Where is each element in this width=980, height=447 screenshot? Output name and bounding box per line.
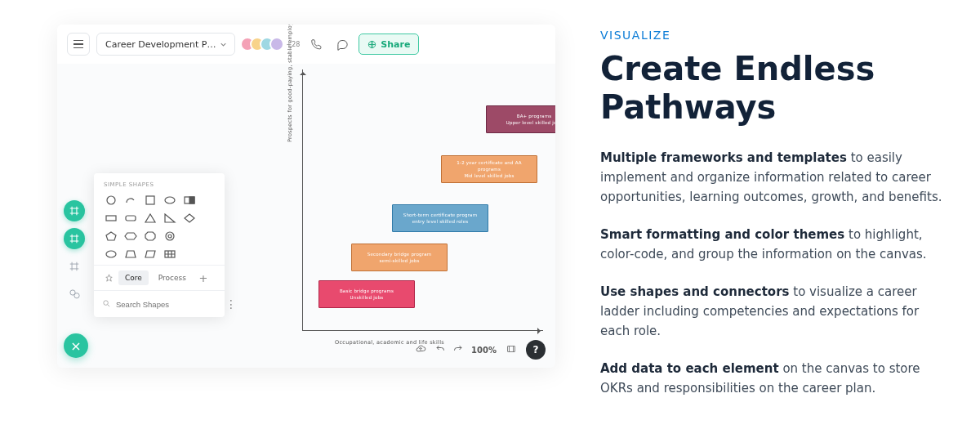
shapes-panel: SIMPLE SHAPES	[94, 173, 225, 317]
tool-rail	[64, 200, 85, 305]
marketing-copy: VISUALIZE Create Endless Pathways Multip…	[572, 0, 980, 447]
top-toolbar: Career Development P… +28 Share	[57, 25, 555, 64]
svg-point-14	[104, 300, 108, 305]
pentagon-shape[interactable]	[104, 230, 118, 242]
close-panel-button[interactable]: ×	[64, 333, 88, 358]
pin-icon[interactable]	[102, 271, 115, 284]
share-button[interactable]: Share	[359, 34, 419, 55]
octagon-shape[interactable]	[143, 230, 158, 242]
shape-grid-2	[94, 211, 225, 229]
ellipse-shape[interactable]	[163, 194, 177, 206]
doc-title: Career Development P…	[105, 39, 216, 50]
globe-icon	[368, 40, 376, 49]
right-triangle-shape[interactable]	[163, 212, 177, 224]
svg-rect-4	[146, 196, 154, 204]
parallelogram-shape[interactable]	[143, 248, 158, 260]
ladder-step[interactable]: Short-term certificate programentry leve…	[392, 204, 488, 232]
category-label: VISUALIZE	[600, 29, 947, 42]
search-input[interactable]	[116, 300, 219, 309]
frame-tool-2[interactable]	[64, 228, 85, 249]
y-axis-label: Prospects for good-paying, stable employ…	[287, 25, 293, 142]
svg-point-2	[74, 293, 78, 297]
para-4: Add data to each element on the canvas t…	[600, 359, 947, 398]
more-icon[interactable]: ⋮	[224, 297, 238, 311]
tab-core[interactable]: Core	[118, 270, 149, 285]
svg-rect-9	[126, 216, 136, 221]
ladder-step[interactable]: BA+ programsUpper level skilled jobs	[486, 105, 555, 133]
cloud-sync-icon[interactable]	[414, 343, 427, 356]
undo-icon[interactable]	[435, 344, 445, 355]
circle-shape[interactable]	[104, 194, 118, 206]
svg-point-3	[107, 196, 115, 204]
para-1: Multiple frameworks and templates to eas…	[600, 148, 947, 207]
shape-grid-4	[94, 247, 225, 265]
shapes-tool[interactable]	[64, 284, 85, 305]
hamburger-menu[interactable]	[67, 33, 90, 56]
add-tab-button[interactable]: +	[196, 270, 211, 285]
redo-icon[interactable]	[453, 344, 463, 355]
svg-rect-8	[106, 216, 116, 221]
svg-point-12	[106, 251, 116, 257]
bottom-bar: 100% ?	[414, 340, 546, 360]
square-shape[interactable]	[143, 194, 158, 206]
frame-tool-outline[interactable]	[64, 256, 85, 277]
comment-icon[interactable]	[332, 34, 352, 54]
zoom-level[interactable]: 100%	[471, 346, 497, 355]
doc-title-dropdown[interactable]: Career Development P…	[96, 33, 235, 56]
arc-shape[interactable]	[123, 194, 138, 206]
tab-process[interactable]: Process	[152, 270, 193, 285]
hexagon-shape[interactable]	[123, 230, 138, 242]
rect-shape[interactable]	[104, 212, 118, 224]
ladder-step[interactable]: Basic bridge programsUnskilled jobs	[318, 280, 415, 308]
frame-tool[interactable]	[64, 200, 85, 221]
ring-shape[interactable]	[163, 230, 177, 242]
shape-grid-1	[94, 193, 225, 211]
svg-point-5	[165, 197, 175, 203]
page-title: Create Endless Pathways	[600, 50, 947, 127]
shape-tabs: Core Process +	[94, 265, 225, 290]
svg-rect-15	[508, 346, 515, 352]
ladder-step[interactable]: Secondary bridge programsemi-skilled job…	[351, 244, 448, 271]
x-axis	[302, 330, 543, 331]
para-3: Use shapes and connectors to visualize a…	[600, 282, 947, 341]
ladder-step[interactable]: 1-2 year certificate and AAprogramsMid l…	[441, 155, 537, 183]
shape-grid-3	[94, 229, 225, 247]
svg-point-11	[168, 235, 172, 238]
para-2: Smart formatting and color themes to hig…	[600, 225, 947, 264]
shape-search-row: ⋮	[94, 290, 225, 317]
grid-shape[interactable]	[163, 248, 177, 260]
diamond-shape[interactable]	[182, 212, 197, 224]
y-axis	[302, 69, 303, 331]
svg-rect-7	[189, 197, 194, 203]
call-icon[interactable]	[306, 34, 326, 54]
oval-shape[interactable]	[104, 248, 118, 260]
help-button[interactable]: ?	[526, 340, 546, 360]
fit-icon[interactable]	[505, 344, 518, 355]
chevron-down-icon	[220, 42, 226, 47]
app-canvas: Career Development P… +28 Share Prospect…	[57, 25, 555, 368]
trapezoid-shape[interactable]	[123, 248, 138, 260]
share-label: Share	[381, 39, 410, 50]
search-icon	[102, 299, 111, 310]
half-fill-shape[interactable]	[182, 194, 197, 206]
svg-point-10	[166, 232, 174, 240]
rounded-rect-shape[interactable]	[123, 212, 138, 224]
triangle-shape[interactable]	[143, 212, 158, 224]
shapes-panel-heading: SIMPLE SHAPES	[94, 173, 225, 193]
chart-area[interactable]: Occupational, academic and life skills B…	[302, 69, 543, 331]
